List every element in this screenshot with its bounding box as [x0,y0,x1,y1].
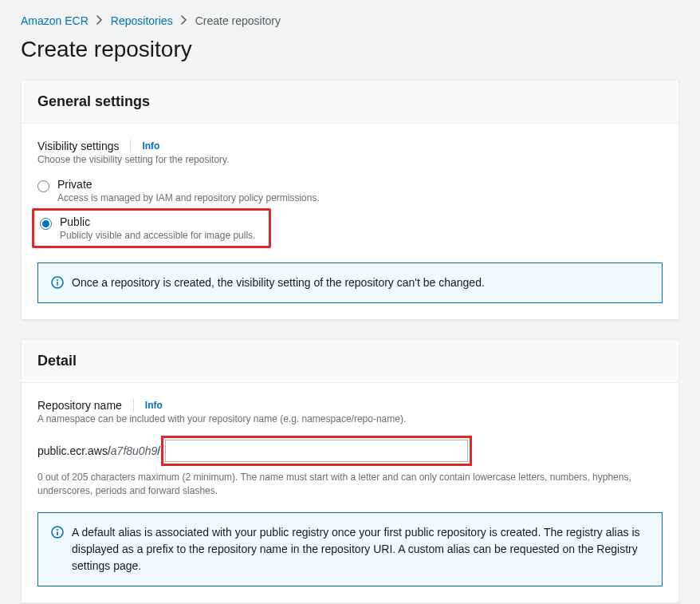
breadcrumb-root[interactable]: Amazon ECR [21,14,88,27]
repo-name-input[interactable] [165,440,468,462]
visibility-private-radio[interactable] [37,180,49,192]
visibility-public-option[interactable]: Public Publicly visible and accessible f… [37,212,265,244]
svg-rect-2 [57,282,58,286]
svg-rect-5 [57,531,58,535]
svg-point-4 [57,529,58,531]
visibility-public-desc: Publicly visible and accessible for imag… [60,230,255,241]
general-settings-heading: General settings [37,93,663,110]
info-icon [51,526,64,539]
visibility-public-highlight: Public Publicly visible and accessible f… [32,208,271,248]
repo-name-label: Repository name [37,399,122,412]
visibility-public-label: Public [60,215,90,228]
breadcrumb: Amazon ECR Repositories Create repositor… [21,14,679,27]
visibility-private-label: Private [57,178,92,191]
visibility-alert: Once a repository is created, the visibi… [37,263,663,303]
visibility-desc: Choose the visibility setting for the re… [37,154,663,165]
divider [130,140,131,152]
divider [133,399,134,412]
svg-point-1 [57,279,58,281]
detail-header: Detail [22,340,678,383]
breadcrumb-current: Create repository [195,14,281,27]
visibility-private-desc: Access is managed by IAM and repository … [57,192,320,203]
general-settings-panel: General settings Visibility settings Inf… [21,80,679,320]
breadcrumb-repositories[interactable]: Repositories [111,14,173,27]
visibility-alert-text: Once a repository is created, the visibi… [72,274,485,291]
repo-name-input-highlight [161,436,472,466]
detail-alert: A default alias is associated with your … [37,512,663,586]
visibility-info-link[interactable]: Info [142,140,159,152]
repo-uri-row: public.ecr.aws/a7f8u0h9/ [37,436,663,466]
repo-prefix: public.ecr.aws/ [37,444,111,457]
chevron-right-icon [96,14,103,27]
repo-alias: a7f8u0h9 [111,444,157,457]
info-icon [51,276,64,289]
chevron-right-icon [181,14,187,27]
repo-name-info-link[interactable]: Info [145,400,163,411]
page-title: Create repository [21,37,679,62]
detail-alert-text: A default alias is associated with your … [72,524,649,574]
visibility-private-option[interactable]: Private Access is managed by IAM and rep… [37,173,663,208]
repo-name-desc: A namespace can be included with your re… [37,413,663,424]
repo-name-constraint: 0 out of 205 characters maximum (2 minim… [37,471,663,498]
repo-slash: / [157,444,160,457]
detail-panel: Detail Repository name Info A namespace … [21,339,679,603]
visibility-label: Visibility settings [37,140,119,152]
general-settings-header: General settings [22,81,678,124]
visibility-public-radio[interactable] [40,218,52,230]
detail-heading: Detail [37,353,663,369]
